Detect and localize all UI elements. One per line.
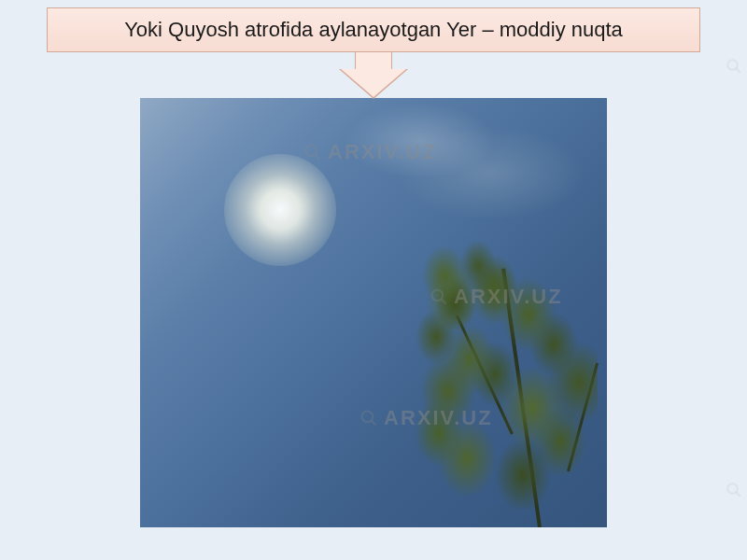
svg-line-9 [736, 68, 740, 73]
slide-title-box: Yoki Quyosh atrofida aylanayotgan Yer – … [47, 7, 700, 52]
arrow-head [341, 69, 406, 97]
svg-point-2 [432, 290, 444, 301]
watermark-text: ARXIV.UZ [454, 285, 563, 309]
svg-point-8 [727, 60, 738, 70]
sky-photo: ARXIV.UZ ARXIV.UZ ARXIV.UZ [140, 98, 607, 527]
sun-glow [224, 154, 336, 266]
watermark: ARXIV.UZ [430, 285, 563, 309]
svg-line-11 [736, 492, 740, 497]
slide-title-text: Yoki Quyosh atrofida aylanayotgan Yer – … [124, 18, 623, 41]
watermark: ARXIV.UZ [359, 406, 493, 430]
svg-line-3 [442, 300, 446, 304]
magnifier-icon [430, 287, 448, 306]
tree-foliage [345, 229, 607, 527]
watermark-text: ARXIV.UZ [328, 140, 437, 164]
background-watermark [726, 56, 742, 80]
svg-line-1 [316, 155, 320, 160]
svg-point-4 [362, 412, 374, 423]
watermark: ARXIV.UZ [303, 140, 437, 164]
background-watermark [726, 480, 742, 504]
svg-point-0 [306, 146, 317, 157]
magnifier-icon [726, 482, 742, 498]
arrow-shaft [355, 51, 392, 70]
magnifier-icon [303, 143, 322, 161]
watermark-text: ARXIV.UZ [384, 406, 493, 430]
magnifier-icon [359, 409, 378, 427]
slide-image-container: ARXIV.UZ ARXIV.UZ ARXIV.UZ [140, 98, 607, 527]
svg-line-5 [372, 421, 376, 426]
magnifier-icon [726, 58, 742, 75]
presentation-slide: Yoki Quyosh atrofida aylanayotgan Yer – … [0, 0, 747, 560]
svg-point-10 [727, 483, 738, 494]
